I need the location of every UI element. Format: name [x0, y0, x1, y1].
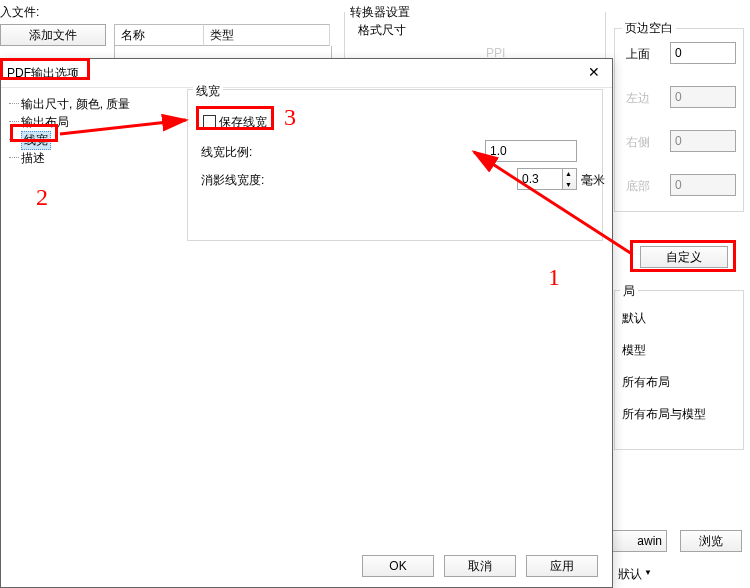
margin-bottom-input[interactable]: [670, 174, 736, 196]
tree-dash-icon: [9, 103, 19, 105]
default-partial-label: 狀认: [618, 566, 642, 583]
dialog-separator: [1, 87, 612, 88]
unit-label: 毫米: [581, 172, 605, 189]
chevron-down-icon: ▼: [644, 568, 652, 577]
opt-default[interactable]: 默认: [622, 310, 646, 327]
margin-bottom-label: 底部: [626, 178, 650, 195]
dialog-title: PDF输出选项: [7, 65, 79, 82]
remove-linewidth-spinner[interactable]: ▲ ▼: [563, 168, 577, 190]
column-header-type[interactable]: 类型: [204, 24, 330, 46]
margin-right-input[interactable]: [670, 130, 736, 152]
remove-linewidth-label: 消影线宽度:: [201, 172, 264, 189]
pdf-options-dialog: PDF输出选项 ✕ 输出尺寸, 颜色, 质量 输出布局 线宽 描述 线宽 保存线…: [0, 58, 613, 588]
linewidth-group-title: 线宽: [193, 83, 223, 100]
custom-button[interactable]: 自定义: [640, 246, 728, 268]
add-file-button[interactable]: 添加文件: [0, 24, 106, 46]
opt-model[interactable]: 模型: [622, 342, 646, 359]
margin-left-input[interactable]: [670, 86, 736, 108]
awin-partial-button[interactable]: awin: [613, 530, 667, 552]
ok-button[interactable]: OK: [362, 555, 434, 577]
linewidth-ratio-input[interactable]: [485, 140, 577, 162]
tree-item-linewidth[interactable]: 线宽: [9, 131, 179, 149]
save-linewidth-label: 保存线宽: [219, 114, 267, 131]
custom-button-label: 自定义: [666, 250, 702, 264]
format-size-label: 格式尺寸: [358, 22, 406, 39]
opt-all-layout[interactable]: 所有布局: [622, 374, 670, 391]
browse-button[interactable]: 浏览: [680, 530, 742, 552]
close-button[interactable]: ✕: [582, 63, 606, 81]
tree-dash-icon: [9, 121, 19, 123]
dialog-button-bar: OK 取消 应用: [362, 555, 598, 577]
margin-right-label: 右侧: [626, 134, 650, 151]
tree-item-output-size[interactable]: 输出尺寸, 颜色, 质量: [9, 95, 179, 113]
margin-top-label: 上面: [626, 46, 650, 63]
column-header-name[interactable]: 名称: [114, 24, 204, 46]
tree-item-output-layout[interactable]: 输出布局: [9, 113, 179, 131]
margin-left-label: 左边: [626, 90, 650, 107]
tree-dash-icon: [9, 139, 19, 141]
linewidth-group: [187, 89, 603, 241]
tree-item-description[interactable]: 描述: [9, 149, 179, 167]
apply-button[interactable]: 应用: [526, 555, 598, 577]
tree-dash-icon: [9, 157, 19, 159]
remove-linewidth-input[interactable]: [517, 168, 563, 190]
add-file-button-label: 添加文件: [29, 28, 77, 42]
file-label: 入文件:: [0, 4, 39, 21]
opt-all-layout-model[interactable]: 所有布局与模型: [622, 406, 706, 423]
close-icon: ✕: [588, 64, 600, 80]
layout-options-title: 局: [620, 283, 638, 300]
save-linewidth-checkbox[interactable]: [203, 115, 216, 128]
cancel-button[interactable]: 取消: [444, 555, 516, 577]
margin-top-input[interactable]: [670, 42, 736, 64]
margins-title: 页边空白: [622, 20, 676, 37]
chevron-up-icon: ▲: [565, 170, 572, 177]
options-tree: 输出尺寸, 颜色, 质量 输出布局 线宽 描述: [9, 95, 179, 167]
chevron-down-icon: ▼: [565, 181, 572, 188]
browse-button-label: 浏览: [699, 534, 723, 548]
linewidth-ratio-label: 线宽比例:: [201, 144, 252, 161]
